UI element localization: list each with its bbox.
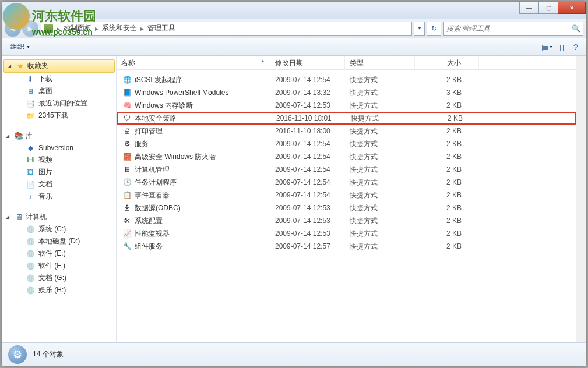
file-size: 2009-07-14 12:53 xyxy=(270,101,345,109)
nav-item-label: 系统 (C:) xyxy=(38,224,66,234)
sidebar-item[interactable]: 💿文档 (G:) xyxy=(2,272,116,284)
column-headers: 名称 ▲ 修改日期 类型 大小 xyxy=(117,56,576,70)
sidebar-item[interactable]: 🖥桌面 xyxy=(2,85,116,97)
close-button[interactable]: ✕ xyxy=(558,2,586,14)
sidebar-item[interactable]: ◆Subversion xyxy=(2,142,116,154)
file-name: 打印管理 xyxy=(135,126,163,136)
nav-item-label: 文档 (G:) xyxy=(38,273,66,283)
navigation-pane[interactable]: ★ 收藏夹 ⬇下载🖥桌面📑最近访问的位置📁2345下载 📚 库 ◆Subvers… xyxy=(2,56,117,342)
sidebar-item[interactable]: ⬇下载 xyxy=(2,73,116,85)
sidebar-item[interactable]: 📑最近访问的位置 xyxy=(2,97,116,109)
nav-item-label: 桌面 xyxy=(38,86,52,96)
address-dropdown[interactable]: ▾ xyxy=(414,22,425,36)
preview-pane-button[interactable]: ◫ xyxy=(557,41,569,54)
file-size: 2009-07-14 12:54 xyxy=(270,153,345,161)
file-row[interactable]: 🕒任务计划程序2009-07-14 12:54快捷方式2 KB xyxy=(117,176,576,189)
sidebar-item[interactable]: 💿本地磁盘 (D:) xyxy=(2,235,116,247)
file-list-pane: 名称 ▲ 修改日期 类型 大小 🌐iSCSI 发起程序2009-07-14 12… xyxy=(117,56,576,342)
file-name: 系统配置 xyxy=(135,216,163,226)
file-size: 2009-07-14 12:54 xyxy=(270,76,345,84)
libraries-header[interactable]: 📚 库 xyxy=(2,130,116,142)
chevron-right-icon[interactable]: ▸ xyxy=(55,24,61,33)
refresh-button[interactable]: ↻ xyxy=(427,22,441,36)
file-row[interactable]: 📋事件查看器2009-07-14 12:54快捷方式2 KB xyxy=(117,189,576,201)
sidebar-item[interactable]: ♪音乐 xyxy=(2,190,116,203)
sidebar-item[interactable]: 💿娱乐 (H:) xyxy=(2,284,116,296)
crumb-admin-tools[interactable]: 管理工具 xyxy=(145,23,178,33)
file-row[interactable]: ⚙服务2009-07-14 12:54快捷方式2 KB xyxy=(117,137,576,150)
nav-item-label: 软件 (F:) xyxy=(38,261,65,271)
chevron-right-icon[interactable]: ▸ xyxy=(139,24,145,33)
file-row[interactable]: 📘Windows PowerShell Modules2009-07-14 13… xyxy=(117,86,576,99)
file-icon: 🛡 xyxy=(122,114,132,123)
breadcrumb[interactable]: ▸ 控制面板 ▸ 系统和安全 ▸ 管理工具 xyxy=(41,22,412,36)
status-bar: 14 个对象 xyxy=(2,342,586,366)
file-type: 快捷方式 xyxy=(345,242,415,252)
file-name: Windows PowerShell Modules xyxy=(135,89,228,97)
file-size: 2009-07-14 13:32 xyxy=(270,89,345,97)
sidebar-item[interactable]: 💿软件 (F:) xyxy=(2,260,116,272)
view-mode-button[interactable]: ▤ ▼ xyxy=(538,41,557,54)
crumb-control-panel[interactable]: 控制面板 xyxy=(61,23,94,33)
file-rows[interactable]: 🌐iSCSI 发起程序2009-07-14 12:54快捷方式2 KB📘Wind… xyxy=(117,70,576,342)
file-row[interactable]: 🗄数据源(ODBC)2009-07-14 12:53快捷方式2 KB xyxy=(117,201,576,214)
sidebar-item[interactable]: 📄文档 xyxy=(2,178,116,190)
nav-item-label: Subversion xyxy=(38,144,73,152)
help-button[interactable]: ? xyxy=(569,41,582,54)
file-type: 快捷方式 xyxy=(345,229,415,239)
nav-back-button[interactable]: ◄ xyxy=(5,20,21,37)
chevron-right-icon[interactable]: ▸ xyxy=(94,24,100,33)
crumb-system-security[interactable]: 系统和安全 xyxy=(100,23,139,33)
file-type: 快捷方式 xyxy=(345,216,415,226)
column-size[interactable]: 大小 xyxy=(415,56,479,69)
nav-item-label: 软件 (E:) xyxy=(38,249,66,259)
computer-header[interactable]: 🖥 计算机 xyxy=(2,211,116,223)
nav-item-label: 音乐 xyxy=(38,192,52,201)
file-size: 2009-07-14 12:53 xyxy=(270,229,345,238)
organize-menu[interactable]: 组织 ▼ xyxy=(6,40,35,54)
maximize-button[interactable]: ▢ xyxy=(538,2,558,14)
sidebar-item[interactable]: 🎞视频 xyxy=(2,154,116,166)
nav-forward-button[interactable]: ► xyxy=(22,20,38,37)
nav-item-label: 图片 xyxy=(38,167,52,177)
file-name: iSCSI 发起程序 xyxy=(135,75,182,85)
file-size: 2009-07-14 12:53 xyxy=(270,217,345,225)
vertical-scrollbar[interactable] xyxy=(576,56,586,342)
file-row[interactable]: 🔧组件服务2009-07-14 12:57快捷方式2 KB xyxy=(117,240,576,253)
favorites-header[interactable]: ★ 收藏夹 xyxy=(3,59,115,73)
file-row[interactable]: 🖨打印管理2016-11-10 18:00快捷方式2 KB xyxy=(117,125,576,137)
file-row[interactable]: 🖥计算机管理2009-07-14 12:54快捷方式2 KB xyxy=(117,163,576,176)
sort-asc-icon: ▲ xyxy=(260,58,265,67)
minimize-button[interactable]: — xyxy=(519,2,539,14)
sidebar-item[interactable]: 🖼图片 xyxy=(2,166,116,178)
file-row[interactable]: 📈性能监视器2009-07-14 12:53快捷方式2 KB xyxy=(117,227,576,240)
column-date[interactable]: 修改日期 xyxy=(270,56,345,69)
sidebar-item[interactable]: 💿系统 (C:) xyxy=(2,223,116,235)
status-text: 14 个对象 xyxy=(33,349,64,359)
column-type[interactable]: 类型 xyxy=(345,56,415,69)
file-icon: 🗄 xyxy=(122,203,132,213)
file-size: 2009-07-14 12:54 xyxy=(270,191,345,199)
file-icon: 🖥 xyxy=(122,165,132,174)
sidebar-item[interactable]: 📁2345下载 xyxy=(2,109,116,122)
search-input[interactable] xyxy=(446,24,572,33)
file-name: 高级安全 Windows 防火墙 xyxy=(135,152,216,162)
file-icon: 🛠 xyxy=(122,216,132,225)
file-size: 2009-07-14 12:54 xyxy=(270,165,345,174)
file-row[interactable]: 🛠系统配置2009-07-14 12:53快捷方式2 KB xyxy=(117,214,576,227)
file-name: 服务 xyxy=(135,139,149,149)
search-box[interactable]: 🔍 xyxy=(443,22,583,36)
file-type: 快捷方式 xyxy=(345,165,415,175)
control-panel-icon xyxy=(44,24,53,33)
nav-item-label: 视频 xyxy=(38,155,52,165)
nav-item-icon: ⬇ xyxy=(26,75,35,84)
file-row[interactable]: 🧱高级安全 Windows 防火墙2009-07-14 12:54快捷方式2 K… xyxy=(117,150,576,163)
file-row[interactable]: 🧠Windows 内存诊断2009-07-14 12:53快捷方式2 KB xyxy=(117,99,576,112)
column-name[interactable]: 名称 ▲ xyxy=(117,56,270,69)
sidebar-item[interactable]: 💿软件 (E:) xyxy=(2,247,116,260)
file-row[interactable]: 🌐iSCSI 发起程序2009-07-14 12:54快捷方式2 KB xyxy=(117,73,576,86)
search-icon[interactable]: 🔍 xyxy=(572,24,580,33)
file-row[interactable]: 🛡本地安全策略2016-11-10 18:01快捷方式2 KB xyxy=(117,112,576,125)
titlebar[interactable]: — ▢ ✕ xyxy=(2,2,586,19)
file-name: 事件查看器 xyxy=(135,190,170,200)
